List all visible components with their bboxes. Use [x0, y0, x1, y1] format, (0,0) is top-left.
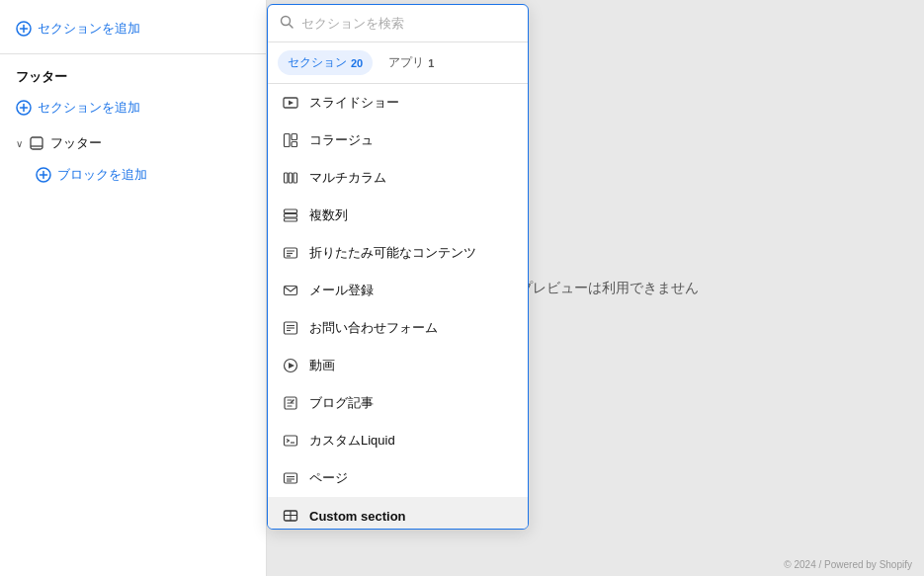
- list-item-collapsible-label: 折りたたみ可能なコンテンツ: [309, 244, 476, 262]
- contact-icon: [282, 319, 299, 337]
- svg-rect-21: [285, 209, 297, 213]
- svg-rect-18: [285, 173, 289, 183]
- custom-section-icon: [282, 507, 299, 525]
- plus-circle-icon-3: [36, 167, 51, 183]
- list-item-page-label: ページ: [309, 469, 348, 487]
- sidebar-add-section[interactable]: セクションを追加: [0, 92, 266, 123]
- svg-line-12: [290, 25, 294, 29]
- svg-rect-17: [292, 142, 297, 147]
- sidebar-footer-header[interactable]: ∨ フッター: [0, 127, 266, 159]
- svg-rect-6: [31, 137, 42, 149]
- sidebar-add-section-top-label: セクションを追加: [38, 20, 140, 38]
- svg-rect-16: [292, 134, 297, 140]
- blog-icon: [282, 394, 299, 412]
- svg-rect-20: [294, 173, 297, 183]
- chevron-icon: ∨: [16, 138, 23, 149]
- list-item-video[interactable]: 動画: [268, 347, 528, 384]
- sidebar: セクションを追加 フッター セクションを追加 ∨ フッター: [0, 0, 267, 576]
- search-bar: [268, 5, 528, 42]
- list-item-multirow[interactable]: 複数列: [268, 197, 528, 234]
- no-preview-text: プレビューは利用できません: [519, 280, 699, 297]
- collapsible-icon: [282, 244, 299, 262]
- svg-rect-15: [285, 134, 291, 147]
- sidebar-add-section-top[interactable]: セクションを追加: [0, 12, 266, 45]
- list-item-collage-label: コラージュ: [309, 131, 374, 149]
- list-item-multirow-label: 複数列: [309, 206, 348, 224]
- list-item-multicolumn[interactable]: マルチカラム: [268, 159, 528, 197]
- sidebar-block-add[interactable]: ブロックを追加: [0, 159, 266, 191]
- tab-apps-label: アプリ: [388, 54, 424, 71]
- sidebar-divider: [0, 53, 266, 54]
- tab-apps-count: 1: [428, 57, 434, 69]
- svg-marker-14: [289, 101, 294, 106]
- slideshow-icon: [282, 94, 299, 112]
- svg-rect-36: [285, 436, 297, 446]
- email-icon: [282, 282, 299, 299]
- list-item-email[interactable]: メール登録: [268, 272, 528, 309]
- sidebar-footer-group-label: フッター: [50, 134, 102, 152]
- tab-sections-count: 20: [351, 57, 363, 69]
- list-item-email-label: メール登録: [309, 282, 374, 299]
- collage-icon: [282, 131, 299, 149]
- list-item-liquid[interactable]: カスタムLiquid: [268, 422, 528, 459]
- list-item-blog-label: ブログ記事: [309, 394, 374, 412]
- plus-circle-icon: [16, 21, 32, 37]
- multicolumn-icon: [282, 169, 299, 187]
- multirow-icon: [282, 206, 299, 224]
- list-item-slideshow[interactable]: スライドショー: [268, 84, 528, 122]
- search-input[interactable]: [301, 16, 516, 31]
- list-item-blog[interactable]: ブログ記事: [268, 384, 528, 422]
- sidebar-section-label: フッター: [0, 62, 266, 92]
- sidebar-footer-group: ∨ フッター ブロックを追加: [0, 123, 266, 195]
- list-item-custom-section[interactable]: Custom section: [268, 497, 528, 529]
- list-item-page[interactable]: ページ: [268, 459, 528, 497]
- tab-sections[interactable]: セクション 20: [278, 50, 373, 75]
- page-icon: [282, 469, 299, 487]
- list-item-collage[interactable]: コラージュ: [268, 122, 528, 159]
- tab-sections-label: セクション: [288, 54, 347, 71]
- svg-rect-22: [285, 214, 297, 218]
- app-layout: セクションを追加 フッター セクションを追加 ∨ フッター: [0, 0, 924, 576]
- plus-circle-icon-2: [16, 100, 32, 116]
- svg-marker-34: [289, 363, 294, 369]
- tab-apps[interactable]: アプリ 1: [378, 50, 444, 75]
- list-item-custom-section-label: Custom section: [309, 509, 406, 524]
- list-item-liquid-label: カスタムLiquid: [309, 432, 395, 450]
- svg-rect-23: [285, 218, 297, 221]
- section-list: スライドショー コラージュ: [268, 84, 528, 529]
- sidebar-block-add-label: ブロックを追加: [57, 166, 147, 184]
- shopify-footer: © 2024 / Powered by Shopify: [784, 559, 912, 570]
- section-picker-dropdown: セクション 20 アプリ 1 スライドショー: [267, 4, 529, 530]
- footer-icon: [29, 135, 44, 151]
- list-item-contact[interactable]: お問い合わせフォーム: [268, 309, 528, 347]
- list-item-multicolumn-label: マルチカラム: [309, 169, 386, 187]
- list-item-contact-label: お問い合わせフォーム: [309, 319, 438, 337]
- sidebar-add-section-label: セクションを追加: [38, 99, 140, 117]
- svg-rect-19: [289, 173, 293, 183]
- shopify-footer-text: © 2024 / Powered by Shopify: [784, 559, 912, 570]
- list-item-collapsible[interactable]: 折りたたみ可能なコンテンツ: [268, 234, 528, 272]
- tabs-row: セクション 20 アプリ 1: [268, 42, 528, 84]
- list-item-slideshow-label: スライドショー: [309, 94, 399, 112]
- list-item-video-label: 動画: [309, 357, 335, 374]
- video-icon: [282, 357, 299, 374]
- liquid-icon: [282, 432, 299, 450]
- search-icon: [280, 15, 294, 32]
